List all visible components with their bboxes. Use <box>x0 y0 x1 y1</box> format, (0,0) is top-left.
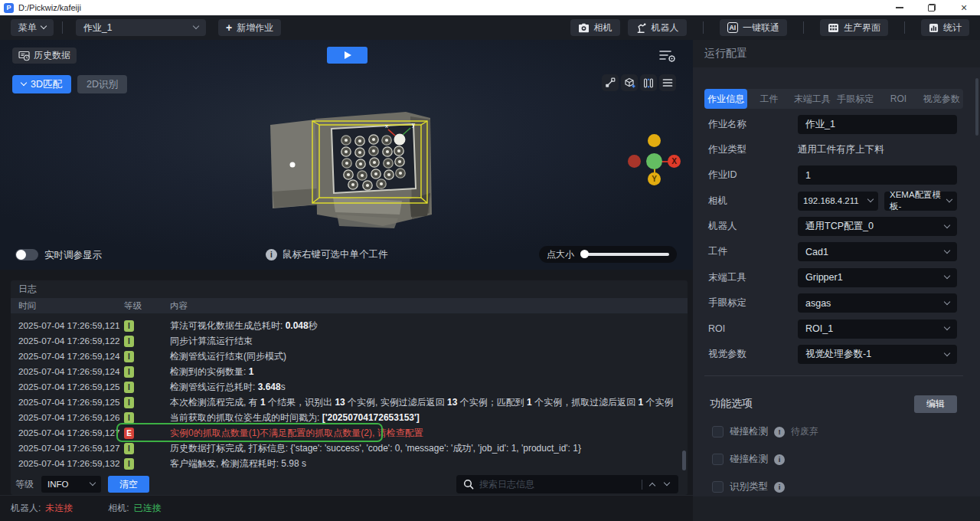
field-select[interactable]: Gripper1 <box>798 268 957 287</box>
field-select[interactable]: 视觉处理参数-1 <box>798 345 957 364</box>
config-field-row: 作业ID1 <box>708 166 957 185</box>
point-size-slider[interactable] <box>582 253 669 256</box>
field-label: 作业ID <box>708 169 798 182</box>
field-select-value: 192.168.4.211 <box>803 196 859 205</box>
log-level-badge: I <box>124 320 134 332</box>
measure-tool-button[interactable] <box>602 74 619 91</box>
log-search-input[interactable] <box>479 479 636 490</box>
config-field-row: 工件Cad1 <box>708 243 957 261</box>
log-row[interactable]: 2025-07-04 17:26:59,127I历史数据打标完成, 打标信息: … <box>11 441 683 456</box>
checkbox[interactable] <box>712 426 724 437</box>
log-row[interactable]: 2025-07-04 17:26:59,132I客户端触发, 检测流程耗时: 5… <box>11 456 683 471</box>
camera-button[interactable]: 相机 <box>570 19 620 36</box>
add-pointcloud-button[interactable] <box>621 74 638 91</box>
gizmo-x-ball[interactable]: X <box>668 155 681 168</box>
options-checkbox-list: 碰撞检测!待废弃碰撞检测i识别类型i <box>712 426 818 509</box>
minimize-button[interactable] <box>884 0 916 15</box>
log-content: 历史数据打标完成, 打标信息: {'stage': 'success', 'co… <box>170 442 683 455</box>
search-prev-button[interactable] <box>648 481 657 488</box>
info-icon: i <box>774 454 785 465</box>
gizmo-top-ball[interactable] <box>648 134 661 147</box>
log-row[interactable]: 2025-07-04 17:26:59,127E实例0的抓取点数量(1)不满足配… <box>11 425 683 441</box>
run-button[interactable] <box>327 47 368 64</box>
log-level-badge: E <box>124 428 134 439</box>
history-data-button[interactable]: 历史数据 <box>12 48 77 64</box>
config-tab-4[interactable]: ROI <box>877 89 920 109</box>
log-content: 检测到的实例数量: 1 <box>170 365 683 378</box>
point-cloud-render[interactable]: x y <box>260 100 505 238</box>
viewport-3d[interactable]: x y 历史数据 3D匹配 2D识别 <box>0 40 693 270</box>
config-tab-2[interactable]: 末端工具 <box>791 89 834 109</box>
config-tab-5[interactable]: 视觉参数 <box>920 89 963 109</box>
log-row[interactable]: 2025-07-04 17:26:59,126I当前获取的抓取位姿生成的时间戳为… <box>11 410 683 425</box>
field-select[interactable]: asgas <box>798 293 957 313</box>
ai-connect-button[interactable]: AI 一键联通 <box>720 19 788 36</box>
log-row[interactable]: 2025-07-04 17:26:59,122I同步计算流运行结束 <box>11 333 683 349</box>
level-filter-select[interactable]: INFO <box>41 476 101 493</box>
tab-2d-recognition[interactable]: 2D识别 <box>77 75 127 93</box>
field-input[interactable]: 1 <box>798 165 957 185</box>
chevron-down-icon <box>193 23 199 29</box>
field-label: 手眼标定 <box>708 297 798 310</box>
config-field-row: ROIROI_1 <box>708 319 957 338</box>
tab-3d-match[interactable]: 3D匹配 <box>12 75 71 93</box>
log-level-cell: I <box>124 320 170 332</box>
fit-view-button[interactable] <box>640 74 657 91</box>
gizmo-center-ball[interactable] <box>646 153 662 169</box>
info-icon: i <box>266 249 277 260</box>
gizmo-y-ball[interactable]: Y <box>648 172 661 185</box>
statistics-button[interactable]: 统计 <box>921 19 969 36</box>
log-row[interactable]: 2025-07-04 17:26:59,124I检测管线运行结束(同步模式) <box>11 349 683 364</box>
chevron-down-icon <box>944 324 950 330</box>
field-select[interactable]: 通用TCP配置_0 <box>798 217 957 236</box>
chevron-down-icon <box>944 298 950 304</box>
realtime-tuning-toggle[interactable] <box>15 249 38 260</box>
field-label: 机器人 <box>708 220 798 233</box>
gizmo-left-ball[interactable] <box>628 155 641 168</box>
display-settings-button[interactable] <box>658 49 678 63</box>
log-row[interactable]: 2025-07-04 17:26:59,124I检测到的实例数量: 1 <box>11 364 683 379</box>
new-job-button[interactable]: +新增作业 <box>218 19 281 36</box>
log-level-cell: I <box>124 366 170 378</box>
checkbox-label: 碰撞检测 <box>730 453 768 466</box>
slider-thumb[interactable] <box>580 250 589 258</box>
checkbox[interactable] <box>712 454 724 465</box>
field-input[interactable]: 作业_1 <box>798 115 957 134</box>
job-select[interactable]: 作业_1 <box>76 19 206 36</box>
config-tab-0[interactable]: 作业信息 <box>704 89 747 109</box>
field-label: ROI <box>708 323 798 334</box>
settings-sliders-icon <box>658 49 677 63</box>
log-row[interactable]: 2025-07-04 17:26:59,125I本次检测流程完成, 有 1 个结… <box>11 395 683 410</box>
robot-button[interactable]: 机器人 <box>628 19 687 36</box>
view-menu-button[interactable] <box>659 74 676 91</box>
log-level-badge: I <box>124 336 134 347</box>
field-select[interactable]: Cad1 <box>798 242 957 261</box>
field-select[interactable]: ROI_1 <box>798 319 957 339</box>
log-row[interactable]: 2025-07-04 17:26:59,125I检测管线运行总耗时: 3.648… <box>11 379 683 395</box>
log-content: 检测管线运行总耗时: 3.648s <box>170 381 683 394</box>
section-divider <box>704 375 963 376</box>
menu-button[interactable]: 菜单 <box>11 19 54 36</box>
viewport-mode-tabs: 3D匹配 2D识别 <box>12 75 127 93</box>
close-icon: × <box>961 4 967 11</box>
log-time: 2025-07-04 17:26:59,121 <box>11 320 124 331</box>
field-select[interactable]: 192.168.4.211 <box>798 192 878 211</box>
edit-options-button[interactable]: 编辑 <box>914 395 957 413</box>
clear-log-button[interactable]: 清空 <box>108 476 149 493</box>
close-button[interactable]: × <box>948 0 980 15</box>
production-ui-button[interactable]: 生产界面 <box>820 19 888 36</box>
restore-button[interactable] <box>916 0 948 15</box>
field-select[interactable]: XEMA配置模板- <box>884 192 957 211</box>
panel-scrollbar-thumb[interactable] <box>975 78 978 136</box>
menu-icon <box>662 78 673 87</box>
checkbox[interactable] <box>712 481 724 493</box>
search-next-button[interactable] <box>662 483 671 485</box>
field-label: 作业名称 <box>708 118 798 131</box>
log-level-cell: I <box>124 443 170 454</box>
log-scrollbar-thumb[interactable] <box>682 451 686 470</box>
config-tab-1[interactable]: 工件 <box>747 89 790 109</box>
config-tab-3[interactable]: 手眼标定 <box>834 89 877 109</box>
log-level-badge: I <box>124 366 134 378</box>
run-config-panel: 运行配置 作业信息工件末端工具手眼标定ROI视觉参数 作业名称作业_1作业类型通… <box>693 40 980 521</box>
log-row[interactable]: 2025-07-04 17:26:59,121I算法可视化数据生成总耗时: 0.… <box>11 318 683 333</box>
